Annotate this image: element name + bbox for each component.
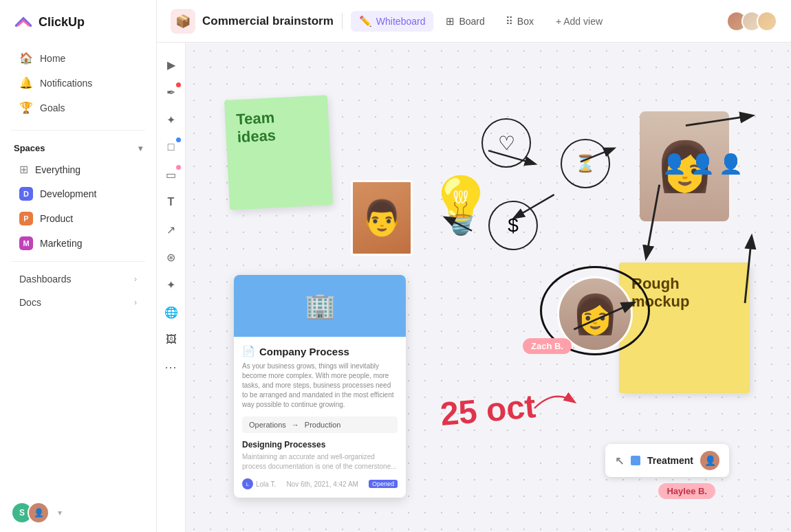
sidebar-item-notifications-label: Notifications: [40, 78, 92, 89]
doc-card-title: 📄 Company Process: [242, 345, 398, 357]
image-icon: 🖼: [166, 333, 177, 346]
user-avatar-photo: 👤: [28, 502, 50, 524]
doc-flow-from: Operations: [249, 421, 286, 429]
doc-flow-to: Production: [305, 421, 341, 429]
doc-card-description: As your business grows, things will inev…: [242, 362, 398, 410]
avatar-chevron-icon: ▾: [58, 508, 62, 518]
tool-magic[interactable]: ✦: [160, 274, 182, 296]
tool-network[interactable]: ⊛: [160, 246, 182, 268]
doc-card-subtext: Maintaining an accurate and well-organiz…: [242, 452, 398, 472]
page-title: Commercial brainstorm: [202, 14, 334, 28]
hourglass-icon: ⏳: [575, 154, 596, 173]
tool-image[interactable]: 🖼: [160, 329, 182, 351]
doc-card-footer: L Lola T. Nov 6th, 2021, 4:42 AM Opened: [242, 478, 398, 489]
dollar-icon: $: [508, 214, 519, 236]
logo-text: ClickUp: [39, 15, 85, 30]
more-icon: ···: [164, 360, 177, 375]
hourglass-circle: ⏳: [561, 139, 610, 188]
person-icon-3: 👤: [719, 153, 743, 175]
date-text: 25 oct: [439, 388, 537, 432]
tab-whiteboard-label: Whiteboard: [376, 16, 426, 27]
sidebar-item-everything[interactable]: ⊞ Everything: [6, 158, 151, 181]
tool-sticky[interactable]: ▭: [160, 164, 182, 186]
shape-dot: [176, 137, 181, 142]
tool-connector[interactable]: ↗: [160, 219, 182, 241]
development-dot: D: [19, 187, 33, 201]
label-haylee: Haylee B.: [658, 483, 715, 499]
sidebar-item-product[interactable]: P Product: [6, 207, 151, 230]
sidebar-item-dashboards[interactable]: Dashboards ›: [6, 268, 151, 290]
tool-select[interactable]: ▶: [160, 54, 182, 76]
canvas-area: ▶ ✒ ✦ □ ▭ T ↗ ⊛ ✦ 🌐 🖼 ···: [157, 43, 791, 532]
docs-label: Docs: [19, 297, 41, 308]
tab-whiteboard[interactable]: ✏️ Whiteboard: [351, 11, 434, 32]
doc-card-header: 🏢: [234, 275, 406, 337]
doc-card-subtitle: Designing Processes: [242, 440, 398, 450]
zach-label-text: Zach B.: [531, 341, 563, 351]
doc-author-area: L Lola T.: [242, 478, 276, 489]
tab-box[interactable]: ⠿ Box: [497, 11, 542, 32]
doc-type-icon: 📦: [171, 9, 195, 34]
sidebar-item-home[interactable]: 🏠 Home: [6, 46, 151, 70]
user-avatar[interactable]: S 👤: [11, 502, 50, 524]
doc-card[interactable]: 🏢 📄 Company Process As your business gro…: [234, 275, 406, 498]
sidebar-item-development[interactable]: D Development: [6, 182, 151, 206]
box-tab-icon: ⠿: [506, 15, 513, 27]
dashboards-chevron-icon: ›: [134, 274, 137, 284]
lightbulb-sketch: 💡: [426, 173, 495, 238]
doc-icon: 📄: [242, 345, 255, 357]
doc-header-illustration: 🏢: [305, 291, 336, 320]
select-icon: ▶: [167, 58, 175, 71]
tool-shape[interactable]: □: [160, 136, 182, 158]
product-dot: P: [19, 212, 33, 225]
doc-date: Nov 6th, 2021, 4:42 AM: [286, 480, 358, 488]
dollar-circle: $: [488, 201, 538, 250]
pen-icon: ✒: [166, 86, 175, 99]
notifications-icon: 🔔: [19, 76, 33, 89]
shape-icon: □: [168, 141, 175, 153]
sticky-note-team-ideas-text: Team ideas: [236, 109, 277, 146]
whiteboard-canvas[interactable]: Team ideas Rough mockup ♡ ⏳ $ 👨 👩: [186, 43, 791, 532]
sidebar-item-marketing-label: Marketing: [40, 238, 82, 249]
spaces-header[interactable]: Spaces ▾: [0, 136, 156, 157]
heart-circle: ♡: [481, 118, 531, 168]
sticky-dot: [176, 165, 181, 170]
magic-icon: ✦: [166, 278, 175, 291]
whiteboard-tab-icon: ✏️: [359, 15, 372, 27]
doc-author-name: Lola T.: [256, 480, 276, 488]
tool-pen[interactable]: ✒: [160, 81, 182, 103]
add-view-button[interactable]: + Add view: [548, 12, 611, 31]
people-icons: 👤 👤 👤: [662, 153, 743, 175]
sidebar-item-goals-label: Goals: [40, 102, 65, 113]
doc-card-flow: Operations → Production: [242, 417, 398, 433]
sidebar-item-docs[interactable]: Docs ›: [6, 291, 151, 313]
tool-sparkle[interactable]: ✦: [160, 109, 182, 131]
person-photo-1: 👨: [351, 180, 413, 256]
flow-arrow-icon: →: [292, 421, 299, 429]
add-view-label: + Add view: [556, 16, 603, 27]
sidebar-item-home-label: Home: [40, 53, 65, 64]
tool-globe[interactable]: 🌐: [160, 301, 182, 323]
tool-more[interactable]: ···: [160, 356, 182, 378]
collaborator-avatars: [726, 11, 777, 32]
toolbar-divider: [342, 13, 343, 30]
toolbar: 📦 Commercial brainstorm ✏️ Whiteboard ⊞ …: [157, 0, 791, 43]
tab-board[interactable]: ⊞ Board: [437, 11, 492, 32]
sidebar-item-marketing[interactable]: M Marketing: [6, 232, 151, 255]
treatment-card[interactable]: ↖ Treatment 👤: [605, 444, 729, 477]
tab-box-label: Box: [517, 16, 534, 27]
tab-board-label: Board: [459, 16, 484, 27]
home-icon: 🏠: [19, 52, 33, 65]
doc-status-badge: Opened: [369, 480, 398, 488]
clickup-logo-icon: [14, 12, 33, 32]
logo: ClickUp: [0, 0, 156, 41]
sticky-note-team-ideas[interactable]: Team ideas: [224, 95, 333, 210]
tool-text[interactable]: T: [160, 191, 182, 213]
spaces-chevron-icon: ▾: [138, 144, 142, 153]
docs-chevron-icon: ›: [134, 298, 137, 307]
sticky-icon: ▭: [166, 168, 176, 181]
person-face-1: 👨: [353, 182, 411, 254]
sidebar-nav: 🏠 Home 🔔 Notifications 🏆 Goals: [0, 41, 156, 124]
sidebar-item-notifications[interactable]: 🔔 Notifications: [6, 71, 151, 95]
sidebar-item-goals[interactable]: 🏆 Goals: [6, 96, 151, 120]
